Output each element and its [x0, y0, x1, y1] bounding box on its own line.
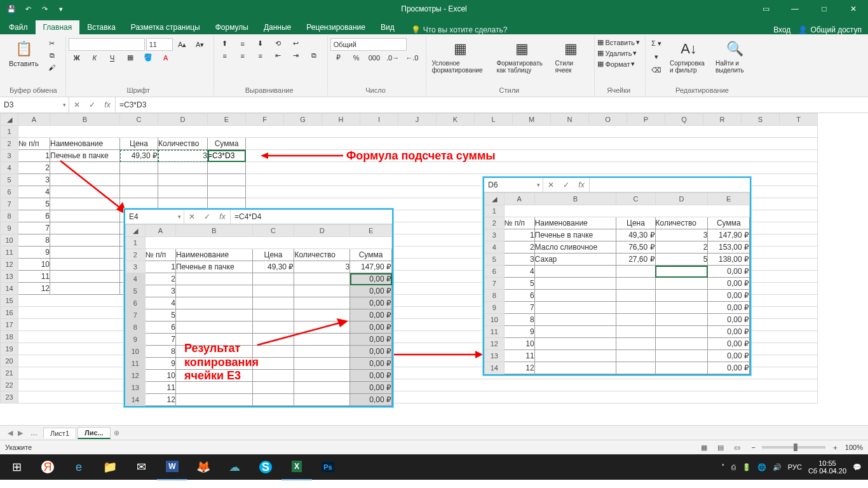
autosum-button[interactable]: Σ ▾ [648, 38, 665, 49]
find-select-button[interactable]: 🔍Найти и выделить [713, 38, 756, 75]
tab-data[interactable]: Данные [256, 20, 299, 34]
customize-qat-button[interactable]: ▾ [53, 2, 69, 16]
tray-volume-icon[interactable]: 🔊 [773, 463, 782, 471]
ribbon-options-button[interactable]: ▭ [751, 0, 780, 18]
col-header[interactable]: A [18, 114, 50, 126]
increase-font-button[interactable]: A▴ [174, 39, 191, 50]
row-header[interactable]: 2 [1, 138, 18, 150]
inset1-namebox[interactable]: E4 [125, 210, 184, 224]
sheet-tab-1[interactable]: Лист1 [43, 428, 76, 438]
sign-in-button[interactable]: Вход [773, 25, 790, 34]
taskbar-explorer[interactable]: 📁 [95, 454, 125, 480]
name-box[interactable]: D3 [0, 97, 69, 112]
tell-me-search[interactable]: 💡 Что вы хотите сделать? [411, 25, 508, 34]
delete-cells-button[interactable]: ▦ Удалить ▾ [597, 49, 637, 57]
tray-usb-icon[interactable]: ⎙ [731, 463, 736, 471]
align-center-button[interactable]: ≡ [234, 51, 251, 61]
merge-button[interactable]: ⧉ [306, 50, 322, 61]
col-header[interactable]: J [398, 114, 437, 126]
tray-network-icon[interactable]: 🌐 [757, 463, 766, 471]
inset2-formula[interactable] [590, 178, 750, 192]
taskbar-excel[interactable]: X [281, 454, 312, 480]
col-header[interactable]: L [475, 114, 513, 126]
cancel-formula-button[interactable]: ✕ [69, 100, 85, 109]
inset1-fx[interactable]: fx [215, 212, 230, 221]
inset2-enter[interactable]: ✓ [559, 180, 574, 189]
decrease-font-button[interactable]: A▾ [192, 39, 208, 50]
sort-filter-button[interactable]: A↓Сортировка и фильтр [667, 38, 710, 75]
col-header[interactable]: P [627, 114, 665, 126]
sheet-tab-2[interactable]: Лис... [78, 427, 111, 439]
number-format-combo[interactable]: Общий [330, 38, 407, 51]
cell[interactable]: Количество [158, 138, 208, 150]
currency-button[interactable]: ₽ [330, 52, 347, 63]
col-header[interactable]: R [703, 114, 742, 126]
col-header[interactable]: G [284, 114, 322, 126]
tab-view[interactable]: Вид [373, 20, 402, 34]
tray-battery-icon[interactable]: 🔋 [742, 463, 751, 471]
maximize-button[interactable]: □ [810, 0, 839, 18]
increase-decimal-button[interactable]: .0→ [384, 53, 402, 63]
zoom-slider[interactable] [762, 446, 825, 449]
zoom-in-button[interactable]: ＋ [832, 443, 839, 452]
borders-button[interactable]: ▦ [122, 52, 139, 63]
cut-button[interactable]: ✂ [44, 38, 60, 49]
cell[interactable]: Цена [120, 138, 158, 150]
inset1-cancel[interactable]: ✕ [184, 212, 200, 221]
taskbar-yandex[interactable]: Я [32, 454, 63, 480]
inset2-cancel[interactable]: ✕ [543, 180, 559, 189]
decrease-indent-button[interactable]: ⇤ [270, 50, 287, 61]
minimize-button[interactable]: — [780, 0, 810, 18]
format-as-table-button[interactable]: ▦Форматировать как таблицу [494, 38, 550, 75]
taskbar-photoshop[interactable]: Ps [313, 454, 343, 480]
redo-button[interactable]: ↷ [37, 2, 52, 16]
cell[interactable]: Сумма [208, 138, 246, 150]
tab-home[interactable]: Главная [36, 20, 80, 34]
sheet-nav-prev[interactable]: ◀ [5, 429, 15, 437]
font-color-button[interactable]: A [158, 53, 174, 63]
row-header[interactable]: 3 [1, 150, 18, 162]
copy-button[interactable]: ⧉ [44, 50, 60, 61]
tab-file[interactable]: Файл [1, 20, 36, 34]
taskbar-edge[interactable]: e [64, 454, 94, 480]
underline-button[interactable]: Ч [104, 53, 121, 63]
format-painter-button[interactable]: 🖌 [44, 62, 60, 72]
share-button[interactable]: 👤 Общий доступ [798, 25, 862, 34]
tray-notifications-icon[interactable]: 💬 [853, 463, 862, 471]
col-header[interactable]: N [551, 114, 589, 126]
col-header[interactable]: Q [665, 114, 703, 126]
tray-expand-button[interactable]: ˄ [721, 463, 725, 471]
bold-button[interactable]: Ж [69, 53, 85, 63]
insert-function-button[interactable]: fx [100, 100, 115, 109]
zoom-out-button[interactable]: − [751, 444, 755, 451]
increase-indent-button[interactable]: ⇥ [288, 50, 304, 61]
col-header[interactable]: H [322, 114, 360, 126]
close-button[interactable]: ✕ [839, 0, 868, 18]
enter-formula-button[interactable]: ✓ [85, 100, 100, 109]
col-header[interactable]: D [158, 114, 208, 126]
fill-button[interactable]: ▾ [648, 51, 665, 62]
align-left-button[interactable]: ≡ [217, 51, 233, 61]
taskbar-word[interactable]: W [157, 454, 187, 480]
orientation-button[interactable]: ⟲ [270, 38, 287, 49]
font-size-combo[interactable]: 11 [146, 38, 173, 51]
col-header[interactable]: E [208, 114, 246, 126]
select-all-cell[interactable]: ◢ [1, 114, 18, 126]
align-top-button[interactable]: ⬆ [217, 38, 233, 49]
font-family-combo[interactable] [69, 38, 145, 51]
inset1-formula[interactable]: =C4*D4 [231, 210, 392, 224]
decrease-decimal-button[interactable]: ←.0 [403, 53, 421, 63]
zoom-level[interactable]: 100% [845, 444, 863, 451]
tray-clock[interactable]: 10:55 Сб 04.04.20 [808, 459, 846, 475]
paste-button[interactable]: 📋 Вставить [6, 38, 41, 69]
new-sheet-button[interactable]: ⊕ [111, 429, 122, 437]
col-header[interactable]: T [780, 114, 818, 126]
align-bottom-button[interactable]: ⬇ [252, 38, 269, 49]
cell-styles-button[interactable]: ▦Стили ячеек [552, 38, 589, 75]
wrap-text-button[interactable]: ↩ [288, 38, 304, 49]
save-button[interactable]: 💾 [4, 2, 19, 16]
format-cells-button[interactable]: ▦ Формат ▾ [597, 60, 635, 68]
taskbar-skype[interactable]: S [250, 454, 281, 480]
tab-insert[interactable]: Вставка [79, 20, 123, 34]
sheet-nav-next[interactable]: ▶ [15, 429, 25, 437]
